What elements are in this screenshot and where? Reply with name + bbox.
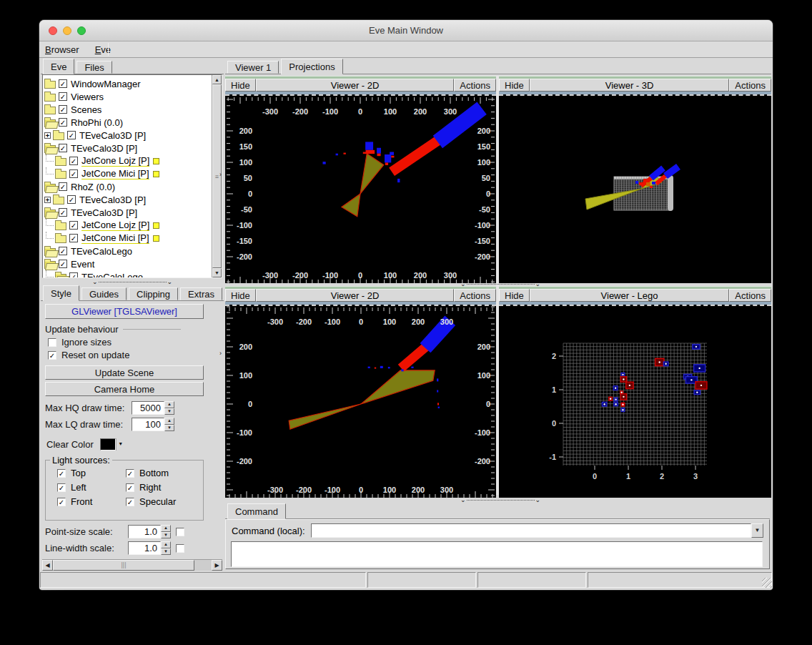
tree-item-label[interactable]: TEveCalo3D [P] [79, 130, 146, 141]
tree-item[interactable]: ✓WindowManager [44, 77, 141, 90]
tree-item-label[interactable]: JetCone Lojz [P] [81, 220, 149, 231]
tree-item-label[interactable]: RhoPhi (0.0) [71, 117, 123, 128]
tree-item-label[interactable]: TEveCalo3D [P] [71, 143, 137, 154]
hscroll-thumb[interactable] [53, 560, 194, 571]
tree-item[interactable]: ✓JetCone Lojz [P] [44, 219, 159, 232]
camera-home-button[interactable]: Camera Home [45, 382, 204, 396]
ignore-sizes-checkbox[interactable]: Ignore sizes [48, 337, 112, 348]
viewer-3d-canvas[interactable] [499, 94, 771, 283]
yellow-square-icon[interactable] [153, 171, 159, 177]
minimize-window-icon[interactable] [63, 26, 71, 35]
tree-item-label[interactable]: TEveCaloLego [81, 272, 143, 279]
tree-item[interactable]: ✓Viewers [44, 90, 104, 103]
tree-item-label[interactable]: JetCone Mici [P] [81, 232, 149, 244]
viewer-2d-bottom-canvas[interactable]: -300-300-200-200-100-1000010010020020030… [225, 305, 496, 498]
tree-checkbox[interactable]: ✓ [59, 208, 67, 217]
checkbox-icon[interactable]: ✓ [57, 469, 66, 478]
update-scene-button[interactable]: Update Scene [45, 365, 204, 380]
tab-viewer-1[interactable]: Viewer 1 [227, 61, 279, 74]
actions-button[interactable]: Actions [729, 289, 771, 302]
tab-projections[interactable]: Projections [281, 59, 342, 74]
tree-item-label[interactable]: TEveCalo3D [P] [71, 207, 137, 218]
spin-down-icon[interactable]: ▼ [164, 425, 174, 432]
checkbox-icon[interactable]: ✓ [48, 351, 56, 360]
spin-down-icon[interactable]: ▼ [161, 532, 171, 539]
checkbox-icon[interactable]: ✓ [126, 469, 134, 478]
tree-checkbox[interactable]: ✓ [67, 195, 76, 204]
tree-checkbox[interactable]: ✓ [59, 118, 67, 127]
viewer-title[interactable]: Viewer - 2D [256, 289, 455, 302]
viewer-lego-canvas[interactable]: 0123210-1 [499, 305, 771, 498]
tab-files[interactable]: Files [76, 61, 112, 74]
max-hq-value[interactable]: 5000 [132, 401, 164, 415]
tree-checkbox[interactable]: ✓ [59, 144, 67, 152]
title-bar[interactable]: Eve Main Window [39, 20, 773, 41]
checkbox-icon[interactable] [176, 528, 184, 536]
hide-button[interactable]: Hide [499, 289, 530, 302]
tab-clipping[interactable]: Clipping [129, 287, 178, 300]
tree-checkbox[interactable]: ✓ [59, 182, 67, 191]
checkbox-icon[interactable]: ✓ [57, 483, 66, 492]
light-source-checkbox[interactable]: ✓Left [57, 482, 126, 493]
checkbox-icon[interactable]: ✓ [57, 498, 66, 506]
tree-checkbox[interactable]: ✓ [59, 247, 67, 255]
panel-splitter-handle[interactable]: › [219, 350, 222, 356]
tree-item-label[interactable]: RhoZ (0.0) [71, 182, 115, 192]
zoom-window-icon[interactable] [77, 26, 86, 35]
tree-checkbox[interactable]: ✓ [69, 157, 78, 165]
menu-browser[interactable]: Browser [45, 44, 79, 55]
yellow-square-icon[interactable] [153, 222, 159, 229]
tree-item[interactable]: ✓TEveCalo3D [P] [44, 142, 137, 154]
viewer-title[interactable]: Viewer - Lego [530, 289, 730, 302]
scale-spinner[interactable]: 1.0▲▼ [128, 525, 171, 538]
tree-item[interactable]: ✓TEveCaloLego [44, 270, 143, 278]
light-source-checkbox[interactable]: ✓Right [126, 482, 199, 493]
tree-item[interactable]: ✓TEveCalo3D [P] [44, 206, 137, 219]
tree-item-label[interactable]: Viewers [71, 92, 104, 102]
tree-item[interactable]: ✓TEveCaloLego [44, 245, 132, 257]
scale-value[interactable]: 1.0 [128, 525, 161, 538]
light-source-checkbox[interactable]: ✓Top [57, 468, 126, 478]
scene-tree[interactable]: ✓WindowManager✓Viewers✓Scenes✓RhoPhi (0.… [42, 74, 222, 278]
scroll-right-icon[interactable]: ▶ [212, 560, 222, 571]
scale-value[interactable]: 1.0 [128, 541, 161, 555]
yellow-square-icon[interactable] [153, 158, 159, 164]
tree-item[interactable]: ✓JetCone Mici [P] [44, 167, 159, 180]
spin-up-icon[interactable]: ▲ [161, 525, 171, 532]
yellow-square-icon[interactable] [153, 235, 159, 242]
command-combobox[interactable]: ▼ [311, 523, 763, 538]
light-source-checkbox[interactable]: ✓Front [57, 496, 126, 507]
max-lq-value[interactable]: 100 [132, 418, 164, 431]
hide-button[interactable]: Hide [225, 79, 256, 92]
tab-style[interactable]: Style [43, 285, 79, 301]
tree-item[interactable]: ✓Scenes [44, 103, 102, 116]
scale-spinner[interactable]: 1.0▲▼ [128, 541, 171, 555]
checkbox-icon[interactable] [48, 338, 56, 347]
spin-up-icon[interactable]: ▲ [164, 418, 174, 425]
actions-button[interactable]: Actions [729, 79, 771, 92]
max-hq-spinner[interactable]: 5000 ▲▼ [132, 401, 174, 415]
tree-item[interactable]: ✓RhoZ (0.0) [44, 180, 115, 193]
tab-eve[interactable]: Eve [43, 59, 74, 74]
left-horizontal-scrollbar[interactable]: ◀ ▶ [42, 559, 222, 571]
clear-color-swatch[interactable] [100, 438, 116, 450]
command-input[interactable] [311, 523, 751, 538]
checkbox-icon[interactable]: ✓ [126, 483, 134, 492]
tree-item[interactable]: +✓TEveCalo3D [P] [44, 129, 146, 142]
hide-button[interactable]: Hide [499, 79, 530, 92]
actions-button[interactable]: Actions [454, 289, 496, 302]
expander-plus-icon[interactable]: + [44, 132, 51, 139]
hide-button[interactable]: Hide [225, 289, 256, 302]
viewer-title[interactable]: Viewer - 3D [530, 79, 730, 92]
scroll-up-icon[interactable]: ▲ [212, 75, 222, 84]
checkbox-icon[interactable] [176, 544, 184, 553]
tree-item-label[interactable]: Scenes [71, 104, 102, 115]
tree-item[interactable]: ✓JetCone Mici [P] [44, 232, 159, 245]
command-output[interactable] [231, 541, 763, 567]
tree-checkbox[interactable]: ✓ [69, 272, 78, 278]
checkbox-icon[interactable]: ✓ [126, 498, 134, 506]
tree-checkbox[interactable]: ✓ [59, 105, 67, 114]
resize-grip[interactable] [762, 578, 772, 588]
reset-on-update-checkbox[interactable]: ✓ Reset on update [48, 350, 129, 360]
tree-item-label[interactable]: JetCone Lojz [P] [81, 155, 149, 167]
